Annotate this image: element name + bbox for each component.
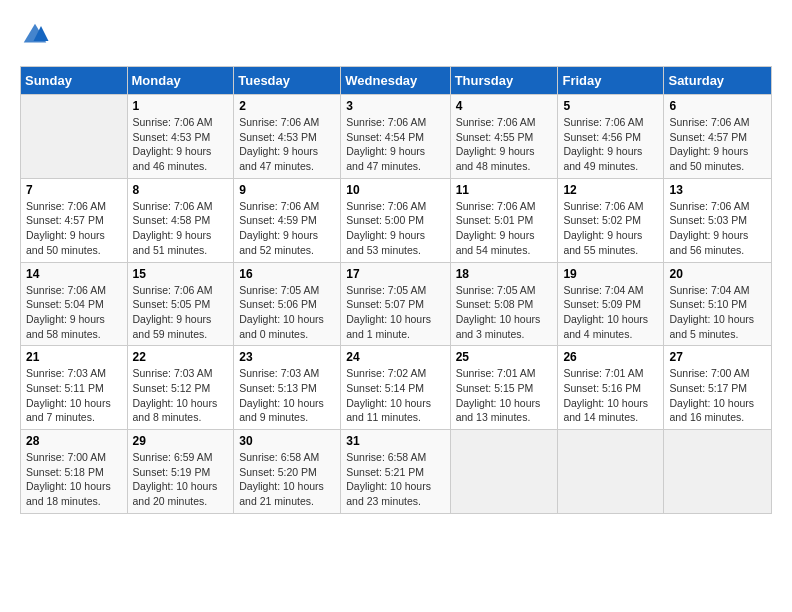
day-number: 2 [239, 99, 335, 113]
day-info: Sunrise: 7:05 AM Sunset: 5:08 PM Dayligh… [456, 283, 553, 342]
calendar-cell [558, 430, 664, 514]
day-number: 23 [239, 350, 335, 364]
calendar-cell: 15Sunrise: 7:06 AM Sunset: 5:05 PM Dayli… [127, 262, 234, 346]
calendar-cell: 22Sunrise: 7:03 AM Sunset: 5:12 PM Dayli… [127, 346, 234, 430]
day-number: 10 [346, 183, 444, 197]
calendar-cell: 13Sunrise: 7:06 AM Sunset: 5:03 PM Dayli… [664, 178, 772, 262]
calendar-cell: 4Sunrise: 7:06 AM Sunset: 4:55 PM Daylig… [450, 95, 558, 179]
day-number: 21 [26, 350, 122, 364]
day-info: Sunrise: 7:02 AM Sunset: 5:14 PM Dayligh… [346, 366, 444, 425]
day-number: 11 [456, 183, 553, 197]
day-info: Sunrise: 7:03 AM Sunset: 5:13 PM Dayligh… [239, 366, 335, 425]
day-number: 19 [563, 267, 658, 281]
calendar-cell: 9Sunrise: 7:06 AM Sunset: 4:59 PM Daylig… [234, 178, 341, 262]
calendar-table: SundayMondayTuesdayWednesdayThursdayFrid… [20, 66, 772, 514]
day-number: 6 [669, 99, 766, 113]
calendar-cell [450, 430, 558, 514]
calendar-cell: 24Sunrise: 7:02 AM Sunset: 5:14 PM Dayli… [341, 346, 450, 430]
day-number: 24 [346, 350, 444, 364]
col-header-thursday: Thursday [450, 67, 558, 95]
day-number: 5 [563, 99, 658, 113]
calendar-week-row: 7Sunrise: 7:06 AM Sunset: 4:57 PM Daylig… [21, 178, 772, 262]
day-info: Sunrise: 6:59 AM Sunset: 5:19 PM Dayligh… [133, 450, 229, 509]
day-info: Sunrise: 7:06 AM Sunset: 5:04 PM Dayligh… [26, 283, 122, 342]
day-info: Sunrise: 7:06 AM Sunset: 5:00 PM Dayligh… [346, 199, 444, 258]
logo-icon [20, 20, 50, 50]
calendar-cell: 2Sunrise: 7:06 AM Sunset: 4:53 PM Daylig… [234, 95, 341, 179]
calendar-header-row: SundayMondayTuesdayWednesdayThursdayFrid… [21, 67, 772, 95]
calendar-week-row: 1Sunrise: 7:06 AM Sunset: 4:53 PM Daylig… [21, 95, 772, 179]
day-number: 30 [239, 434, 335, 448]
day-info: Sunrise: 7:06 AM Sunset: 4:57 PM Dayligh… [669, 115, 766, 174]
calendar-cell: 12Sunrise: 7:06 AM Sunset: 5:02 PM Dayli… [558, 178, 664, 262]
day-number: 31 [346, 434, 444, 448]
day-info: Sunrise: 7:01 AM Sunset: 5:16 PM Dayligh… [563, 366, 658, 425]
day-number: 29 [133, 434, 229, 448]
day-number: 13 [669, 183, 766, 197]
day-info: Sunrise: 7:06 AM Sunset: 5:01 PM Dayligh… [456, 199, 553, 258]
day-info: Sunrise: 7:06 AM Sunset: 5:02 PM Dayligh… [563, 199, 658, 258]
calendar-cell: 14Sunrise: 7:06 AM Sunset: 5:04 PM Dayli… [21, 262, 128, 346]
calendar-cell [664, 430, 772, 514]
day-info: Sunrise: 7:06 AM Sunset: 4:53 PM Dayligh… [133, 115, 229, 174]
col-header-sunday: Sunday [21, 67, 128, 95]
day-info: Sunrise: 7:00 AM Sunset: 5:18 PM Dayligh… [26, 450, 122, 509]
calendar-cell: 28Sunrise: 7:00 AM Sunset: 5:18 PM Dayli… [21, 430, 128, 514]
day-info: Sunrise: 7:06 AM Sunset: 4:54 PM Dayligh… [346, 115, 444, 174]
calendar-cell: 6Sunrise: 7:06 AM Sunset: 4:57 PM Daylig… [664, 95, 772, 179]
col-header-saturday: Saturday [664, 67, 772, 95]
calendar-cell: 25Sunrise: 7:01 AM Sunset: 5:15 PM Dayli… [450, 346, 558, 430]
day-number: 28 [26, 434, 122, 448]
calendar-cell: 27Sunrise: 7:00 AM Sunset: 5:17 PM Dayli… [664, 346, 772, 430]
calendar-cell [21, 95, 128, 179]
day-number: 18 [456, 267, 553, 281]
day-info: Sunrise: 7:06 AM Sunset: 4:57 PM Dayligh… [26, 199, 122, 258]
day-info: Sunrise: 7:05 AM Sunset: 5:07 PM Dayligh… [346, 283, 444, 342]
day-info: Sunrise: 7:00 AM Sunset: 5:17 PM Dayligh… [669, 366, 766, 425]
calendar-cell: 20Sunrise: 7:04 AM Sunset: 5:10 PM Dayli… [664, 262, 772, 346]
page-header [20, 20, 772, 50]
day-number: 17 [346, 267, 444, 281]
calendar-cell: 26Sunrise: 7:01 AM Sunset: 5:16 PM Dayli… [558, 346, 664, 430]
col-header-tuesday: Tuesday [234, 67, 341, 95]
day-number: 25 [456, 350, 553, 364]
day-info: Sunrise: 7:06 AM Sunset: 4:53 PM Dayligh… [239, 115, 335, 174]
day-info: Sunrise: 7:04 AM Sunset: 5:10 PM Dayligh… [669, 283, 766, 342]
calendar-cell: 5Sunrise: 7:06 AM Sunset: 4:56 PM Daylig… [558, 95, 664, 179]
calendar-cell: 18Sunrise: 7:05 AM Sunset: 5:08 PM Dayli… [450, 262, 558, 346]
day-number: 12 [563, 183, 658, 197]
day-info: Sunrise: 7:06 AM Sunset: 5:03 PM Dayligh… [669, 199, 766, 258]
calendar-cell: 29Sunrise: 6:59 AM Sunset: 5:19 PM Dayli… [127, 430, 234, 514]
day-info: Sunrise: 7:03 AM Sunset: 5:12 PM Dayligh… [133, 366, 229, 425]
calendar-cell: 1Sunrise: 7:06 AM Sunset: 4:53 PM Daylig… [127, 95, 234, 179]
calendar-cell: 23Sunrise: 7:03 AM Sunset: 5:13 PM Dayli… [234, 346, 341, 430]
col-header-friday: Friday [558, 67, 664, 95]
calendar-cell: 11Sunrise: 7:06 AM Sunset: 5:01 PM Dayli… [450, 178, 558, 262]
calendar-cell: 17Sunrise: 7:05 AM Sunset: 5:07 PM Dayli… [341, 262, 450, 346]
calendar-cell: 8Sunrise: 7:06 AM Sunset: 4:58 PM Daylig… [127, 178, 234, 262]
calendar-cell: 16Sunrise: 7:05 AM Sunset: 5:06 PM Dayli… [234, 262, 341, 346]
day-info: Sunrise: 7:04 AM Sunset: 5:09 PM Dayligh… [563, 283, 658, 342]
day-number: 3 [346, 99, 444, 113]
day-info: Sunrise: 6:58 AM Sunset: 5:20 PM Dayligh… [239, 450, 335, 509]
day-info: Sunrise: 7:06 AM Sunset: 4:59 PM Dayligh… [239, 199, 335, 258]
day-info: Sunrise: 6:58 AM Sunset: 5:21 PM Dayligh… [346, 450, 444, 509]
day-info: Sunrise: 7:06 AM Sunset: 4:58 PM Dayligh… [133, 199, 229, 258]
calendar-week-row: 14Sunrise: 7:06 AM Sunset: 5:04 PM Dayli… [21, 262, 772, 346]
day-number: 26 [563, 350, 658, 364]
col-header-monday: Monday [127, 67, 234, 95]
day-info: Sunrise: 7:05 AM Sunset: 5:06 PM Dayligh… [239, 283, 335, 342]
day-number: 1 [133, 99, 229, 113]
calendar-cell: 3Sunrise: 7:06 AM Sunset: 4:54 PM Daylig… [341, 95, 450, 179]
calendar-cell: 31Sunrise: 6:58 AM Sunset: 5:21 PM Dayli… [341, 430, 450, 514]
logo [20, 20, 54, 50]
day-number: 22 [133, 350, 229, 364]
day-info: Sunrise: 7:06 AM Sunset: 4:56 PM Dayligh… [563, 115, 658, 174]
calendar-week-row: 21Sunrise: 7:03 AM Sunset: 5:11 PM Dayli… [21, 346, 772, 430]
day-number: 14 [26, 267, 122, 281]
day-number: 27 [669, 350, 766, 364]
day-info: Sunrise: 7:01 AM Sunset: 5:15 PM Dayligh… [456, 366, 553, 425]
calendar-cell: 10Sunrise: 7:06 AM Sunset: 5:00 PM Dayli… [341, 178, 450, 262]
col-header-wednesday: Wednesday [341, 67, 450, 95]
day-info: Sunrise: 7:06 AM Sunset: 5:05 PM Dayligh… [133, 283, 229, 342]
